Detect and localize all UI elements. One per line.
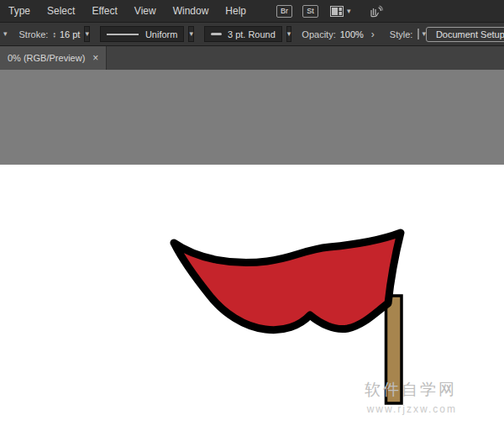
watermark-site-name: 软件自学网 <box>365 379 457 401</box>
illustrator-window: Type Select Effect View Window Help Br S… <box>0 0 504 431</box>
watermark-url: www.rjzxw.com <box>365 403 457 415</box>
artwork-canvas <box>0 0 504 431</box>
watermark: 软件自学网 www.rjzxw.com <box>365 379 457 415</box>
flag-shape[interactable] <box>174 233 401 330</box>
